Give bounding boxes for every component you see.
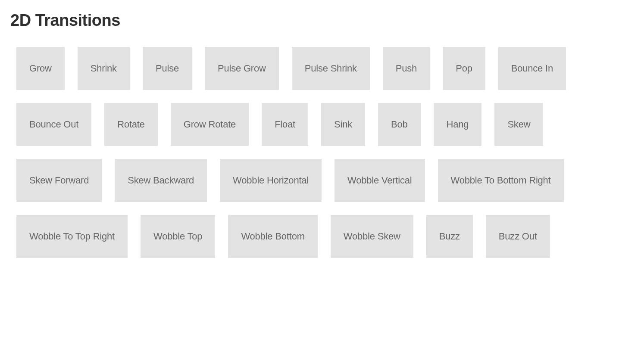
effect-button-wobble-to-bottom-right[interactable]: Wobble To Bottom Right	[438, 159, 564, 202]
effect-button-skew-forward[interactable]: Skew Forward	[16, 159, 102, 202]
effect-button-pop[interactable]: Pop	[443, 47, 485, 90]
effect-button-buzz-out[interactable]: Buzz Out	[486, 215, 550, 258]
effect-button-float[interactable]: Float	[262, 103, 308, 146]
effect-button-wobble-top[interactable]: Wobble Top	[141, 215, 215, 258]
effect-button-hang[interactable]: Hang	[434, 103, 482, 146]
effect-button-wobble-horizontal[interactable]: Wobble Horizontal	[220, 159, 322, 202]
effect-button-buzz[interactable]: Buzz	[426, 215, 473, 258]
effect-button-bounce-in[interactable]: Bounce In	[498, 47, 566, 90]
effect-button-grow-rotate[interactable]: Grow Rotate	[171, 103, 249, 146]
effects-grid: Grow Shrink Pulse Pulse Grow Pulse Shrin…	[10, 47, 627, 258]
effect-button-bob[interactable]: Bob	[378, 103, 421, 146]
effect-button-skew[interactable]: Skew	[494, 103, 543, 146]
effect-button-pulse-shrink[interactable]: Pulse Shrink	[292, 47, 370, 90]
effect-button-grow[interactable]: Grow	[16, 47, 65, 90]
effect-button-wobble-bottom[interactable]: Wobble Bottom	[228, 215, 317, 258]
effect-button-skew-backward[interactable]: Skew Backward	[115, 159, 207, 202]
effect-button-push[interactable]: Push	[383, 47, 430, 90]
section-title: 2D Transitions	[10, 11, 634, 30]
effect-button-wobble-vertical[interactable]: Wobble Vertical	[335, 159, 425, 202]
effect-button-sink[interactable]: Sink	[321, 103, 365, 146]
effect-button-wobble-to-top-right[interactable]: Wobble To Top Right	[16, 215, 128, 258]
effect-button-pulse-grow[interactable]: Pulse Grow	[205, 47, 279, 90]
effect-button-bounce-out[interactable]: Bounce Out	[16, 103, 91, 146]
effect-button-shrink[interactable]: Shrink	[78, 47, 130, 90]
effect-button-rotate[interactable]: Rotate	[104, 103, 158, 146]
effect-button-pulse[interactable]: Pulse	[143, 47, 192, 90]
effect-button-wobble-skew[interactable]: Wobble Skew	[331, 215, 413, 258]
